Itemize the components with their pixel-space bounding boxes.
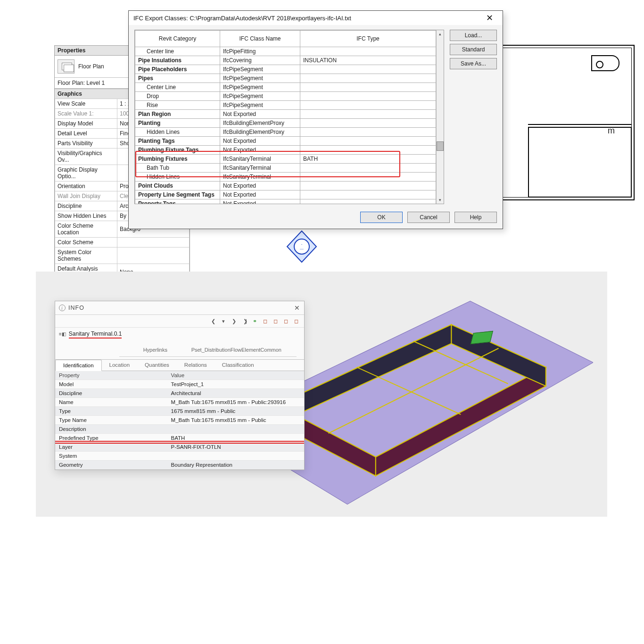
box2-icon[interactable]: ◻ — [271, 317, 280, 325]
ifc-cell[interactable]: IfcSanitaryTerminal — [220, 155, 300, 164]
prop-val[interactable] — [117, 248, 190, 264]
tab-quantities[interactable]: Quantities — [137, 360, 177, 371]
ifc-cell[interactable]: IfcBuildingElementProxy — [220, 119, 300, 128]
ifc-cell[interactable]: Point Clouds — [135, 182, 220, 190]
ifc-cell[interactable]: BATH — [300, 155, 436, 164]
ifc-cell[interactable]: Plan Region — [135, 110, 220, 119]
ifc-row[interactable]: Bath TubIfcSanitaryTerminal — [135, 164, 436, 173]
ifc-cell[interactable] — [300, 47, 436, 56]
ifc-cell[interactable]: Plumbing Fixtures — [135, 155, 220, 164]
ifc-cell[interactable] — [300, 128, 436, 137]
tab-relations[interactable]: Relations — [177, 360, 215, 371]
ifc-cell[interactable]: IfcSanitaryTerminal — [220, 164, 300, 173]
scroll-up-icon[interactable]: ▴ — [437, 30, 444, 38]
ifc-cell[interactable]: Drop — [135, 92, 220, 101]
property-row[interactable]: System Color Schemes — [55, 248, 190, 264]
ifc-row[interactable]: PipesIfcPipeSegment — [135, 74, 436, 83]
ifc-cell[interactable]: Rise — [135, 101, 220, 110]
ifc-cell[interactable]: IfcPipeSegment — [220, 65, 300, 74]
ifc-cell[interactable] — [300, 119, 436, 128]
box3-icon[interactable]: ◻ — [281, 317, 290, 325]
link-icon[interactable]: ⚭ — [250, 317, 259, 325]
ifc-cell[interactable] — [300, 101, 436, 110]
ifc-row[interactable]: Center lineIfcPipeFitting — [135, 47, 436, 56]
ifc-cell[interactable]: Bath Tub — [135, 164, 220, 173]
ifc-row[interactable]: Property Line Segment TagsNot Exported — [135, 190, 436, 199]
property-row[interactable]: Color Scheme — [55, 238, 190, 248]
ifc-cell[interactable]: Property Tags — [135, 199, 220, 205]
ifc-cell[interactable]: Not Exported — [220, 146, 300, 155]
ifc-cell[interactable] — [300, 74, 436, 83]
ifc-cell[interactable]: Hidden Lines — [135, 173, 220, 182]
nav-dropdown-icon[interactable]: ▾ — [219, 317, 228, 325]
ifc-cell[interactable] — [300, 182, 436, 190]
ifc-row[interactable]: Hidden LinesIfcSanitaryTerminal — [135, 173, 436, 182]
ifc-row[interactable]: Planting TagsNot Exported — [135, 137, 436, 146]
ifc-row[interactable]: Plumbing Fixture TagsNot Exported — [135, 146, 436, 155]
ok-button[interactable]: OK — [360, 212, 403, 223]
save-as-button[interactable]: Save As... — [450, 58, 497, 69]
col-ifc-type[interactable]: IFC Type — [300, 31, 436, 47]
ifc-cell[interactable]: IfcPipeSegment — [220, 74, 300, 83]
tab-hyperlinks[interactable]: Hyperlinks — [127, 345, 184, 355]
ifc-cell[interactable] — [300, 65, 436, 74]
ifc-cell[interactable]: Not Exported — [220, 110, 300, 119]
ifc-cell[interactable]: Not Exported — [220, 137, 300, 146]
panel-close-icon[interactable]: ✕ — [294, 304, 300, 312]
ifc-cell[interactable]: IfcPipeFitting — [220, 47, 300, 56]
ifc-row[interactable]: Property TagsNot Exported — [135, 199, 436, 205]
ifc-cell[interactable]: IfcCovering — [220, 56, 300, 65]
ifc-cell[interactable]: Hidden Lines — [135, 128, 220, 137]
col-ifc-class[interactable]: IFC Class Name — [220, 31, 300, 47]
box1-icon[interactable]: ◻ — [261, 317, 269, 325]
ifc-cell[interactable] — [300, 110, 436, 119]
ifc-row[interactable]: Center LineIfcPipeSegment — [135, 83, 436, 92]
scroll-down-icon[interactable]: ▾ — [437, 196, 444, 204]
ifc-cell[interactable]: IfcSanitaryTerminal — [220, 173, 300, 182]
cancel-button[interactable]: Cancel — [407, 212, 450, 223]
prop-val[interactable] — [117, 238, 190, 248]
ifc-cell[interactable]: Center Line — [135, 83, 220, 92]
ifc-cell[interactable]: Center line — [135, 47, 220, 56]
standard-button[interactable]: Standard — [450, 44, 497, 55]
ifc-row[interactable]: Pipe InsulationsIfcCoveringINSULATION — [135, 56, 436, 65]
nav-forward-icon[interactable]: ❯ — [230, 317, 238, 325]
ifc-cell[interactable]: Not Exported — [220, 190, 300, 199]
scroll-thumb[interactable] — [437, 141, 444, 151]
ifc-cell[interactable] — [300, 164, 436, 173]
tab-pset[interactable]: Pset_DistributionFlowElementCommon — [184, 345, 289, 355]
close-icon[interactable]: ✕ — [481, 14, 498, 22]
ifc-cell[interactable]: Planting — [135, 119, 220, 128]
ifc-cell[interactable] — [300, 199, 436, 205]
ifc-cell[interactable]: IfcBuildingElementProxy — [220, 128, 300, 137]
nav-end-icon[interactable]: ❯| — [240, 317, 248, 325]
ifc-table[interactable]: Revit Category IFC Class Name IFC Type C… — [135, 30, 436, 204]
nav-back-icon[interactable]: ❮ — [209, 317, 217, 325]
tab-classification[interactable]: Classification — [215, 360, 262, 371]
ifc-cell[interactable] — [300, 83, 436, 92]
ifc-row[interactable]: PlantingIfcBuildingElementProxy — [135, 119, 436, 128]
ifc-cell[interactable] — [300, 173, 436, 182]
ifc-cell[interactable] — [300, 190, 436, 199]
ifc-row[interactable]: Plan RegionNot Exported — [135, 110, 436, 119]
ifc-cell[interactable]: Plumbing Fixture Tags — [135, 146, 220, 155]
ifc-row[interactable]: Pipe PlaceholdersIfcPipeSegment — [135, 65, 436, 74]
help-button[interactable]: Help — [454, 212, 497, 223]
ifc-row[interactable]: Plumbing FixturesIfcSanitaryTerminalBATH — [135, 155, 436, 164]
ifc-row[interactable]: RiseIfcPipeSegment — [135, 101, 436, 110]
ifc-row[interactable]: Point CloudsNot Exported — [135, 182, 436, 190]
box4-icon[interactable]: ◻ — [292, 317, 300, 325]
ifc-cell[interactable]: Not Exported — [220, 182, 300, 190]
load-button[interactable]: Load... — [450, 30, 497, 41]
ifc-cell[interactable]: INSULATION — [300, 56, 436, 65]
ifc-cell[interactable]: IfcPipeSegment — [220, 101, 300, 110]
ifc-cell[interactable]: Not Exported — [220, 199, 300, 205]
tab-location[interactable]: Location — [102, 360, 137, 371]
ifc-cell[interactable] — [300, 137, 436, 146]
ifc-cell[interactable] — [300, 146, 436, 155]
ifc-cell[interactable]: Pipes — [135, 74, 220, 83]
ifc-row[interactable]: Hidden LinesIfcBuildingElementProxy — [135, 128, 436, 137]
ifc-cell[interactable] — [300, 92, 436, 101]
tab-identification[interactable]: Identification — [55, 360, 102, 371]
ifc-cell[interactable]: Pipe Placeholders — [135, 65, 220, 74]
